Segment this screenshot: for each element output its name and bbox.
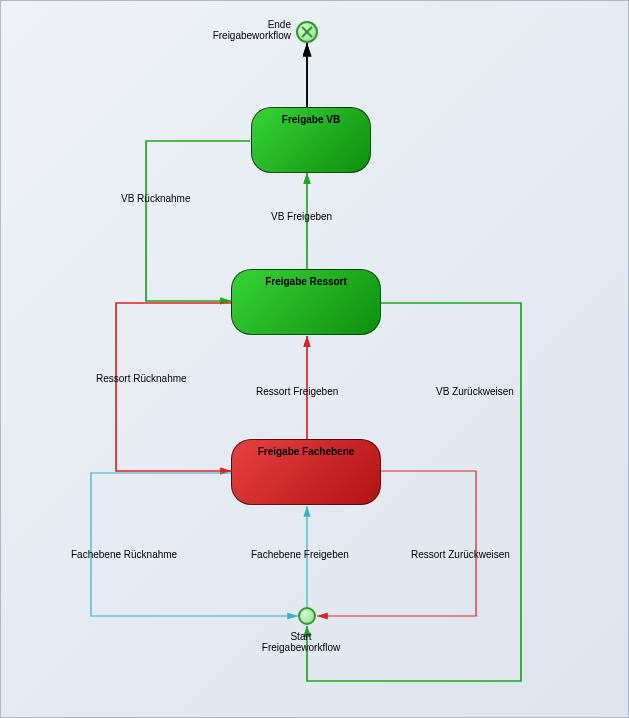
start-event-label: Start Freigabeworkflow <box>241 631 361 653</box>
state-freigabe-ressort[interactable]: Freigabe Ressort <box>231 269 381 335</box>
workflow-canvas: Ende Freigabeworkflow Freigabe VB Freiga… <box>0 0 629 718</box>
edge-ressort-zurueckweisen: Ressort Zurückweisen <box>411 549 510 560</box>
state-freigabe-ressort-title: Freigabe Ressort <box>265 276 347 287</box>
start-event <box>298 607 316 625</box>
edge-fachebene-freigeben: Fachebene Freigeben <box>251 549 349 560</box>
edge-fachebene-ruecknahme: Fachebene Rücknahme <box>71 549 177 560</box>
state-freigabe-fachebene-title: Freigabe Fachebene <box>258 446 355 457</box>
state-freigabe-vb-title: Freigabe VB <box>282 114 340 125</box>
edge-vb-ruecknahme: VB Rücknahme <box>121 193 190 204</box>
end-event-label: Ende Freigabeworkflow <box>196 19 291 41</box>
edge-ressort-freigeben: Ressort Freigeben <box>256 386 338 397</box>
state-freigabe-fachebene[interactable]: Freigabe Fachebene <box>231 439 381 505</box>
end-event <box>296 21 318 43</box>
edge-vb-freigeben: VB Freigeben <box>271 211 332 222</box>
edge-ressort-ruecknahme: Ressort Rücknahme <box>96 373 187 384</box>
edge-vb-zurueckweisen: VB Zurückweisen <box>436 386 514 397</box>
state-freigabe-vb[interactable]: Freigabe VB <box>251 107 371 173</box>
